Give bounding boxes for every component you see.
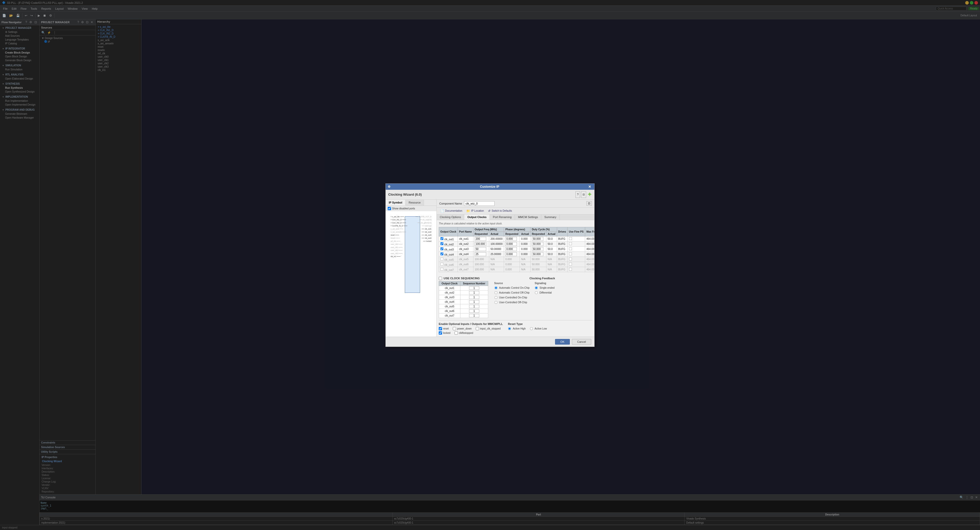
opt-clkfbstopped-checkbox[interactable] (455, 331, 458, 335)
clock-row3-phase-req[interactable] (504, 247, 520, 251)
tab-ip-symbol[interactable]: IP Symbol (386, 200, 406, 205)
clock-row4-duty-req[interactable] (530, 251, 546, 256)
clock-row1-checkbox[interactable] (441, 237, 444, 240)
opt-locked[interactable]: locked (439, 331, 450, 335)
source-user-off-chip[interactable]: User-Controlled Off-Chip (494, 301, 530, 304)
clock-row2-phase-req[interactable] (504, 241, 520, 247)
clock-row1-freq-req[interactable] (473, 236, 489, 241)
clock-row2-fine-ps[interactable] (568, 241, 585, 247)
clock-row3-checkbox[interactable] (441, 247, 444, 250)
wizard-help-btn[interactable]: ? (576, 191, 580, 198)
clock-row4-fine-ps[interactable] (568, 251, 585, 256)
clock-row4-checkbox[interactable] (441, 252, 444, 255)
tab-mmcm-settings[interactable]: MMCM Settings (515, 215, 541, 220)
source-user-off-chip-radio[interactable] (494, 301, 497, 304)
tab-summary[interactable]: Summary (541, 215, 560, 220)
duty-req-3-input[interactable] (532, 247, 543, 251)
clock-row1-duty-req[interactable] (530, 236, 546, 241)
fine-ps-4-checkbox[interactable] (569, 252, 572, 255)
clock-row4-drives: BUFG (557, 251, 568, 256)
duty-req-1-input[interactable] (532, 237, 543, 241)
clock-row3-freq-req[interactable] (473, 247, 489, 251)
seq-input-4[interactable] (469, 300, 479, 304)
documentation-btn[interactable]: 📄 Documentation (439, 208, 463, 213)
signal-single-ended[interactable]: Single-ended (535, 286, 555, 290)
source-auto-on-chip[interactable]: Automatic Control On-Chip (494, 286, 530, 290)
cancel-button[interactable]: Cancel (572, 339, 591, 345)
switch-defaults-btn[interactable]: ↺ Switch to Defaults (487, 208, 513, 213)
clock-row7-checkbox[interactable] (441, 267, 444, 271)
opt-power-down-checkbox[interactable] (453, 327, 456, 330)
source-user-on-chip-radio[interactable] (494, 296, 497, 299)
tab-output-clocks[interactable]: Output Clocks (464, 215, 490, 220)
clock-row2-checkbox[interactable] (441, 242, 444, 245)
show-disabled-ports-checkbox[interactable] (388, 207, 391, 210)
clock-row3-duty-req[interactable] (530, 247, 546, 251)
clock-sequencing-section: USE CLOCK SEQUENCING Output Clock Sequen… (439, 275, 488, 318)
opt-locked-checkbox[interactable] (439, 331, 442, 335)
duty-req-4-input[interactable] (532, 252, 543, 256)
reset-active-high[interactable]: Active High (508, 327, 526, 330)
signal-differential-radio[interactable] (535, 291, 538, 294)
seq-input-6[interactable] (469, 309, 479, 313)
phase-req-2-input[interactable] (505, 242, 517, 246)
wire-reset (395, 235, 399, 235)
tab-port-renaming[interactable]: Port Renaming (490, 215, 515, 220)
reset-active-low-radio[interactable] (530, 327, 533, 330)
resize-btn[interactable]: ⊡ (586, 201, 592, 205)
clock-row2-freq-req[interactable] (473, 241, 489, 247)
opt-reset-checkbox[interactable] (439, 327, 442, 330)
phase-req-1-input[interactable] (505, 237, 517, 241)
phase-req-4-input[interactable] (505, 252, 517, 256)
phase-req-3-input[interactable] (505, 247, 517, 251)
source-user-on-chip[interactable]: User-Controlled On-Chip (494, 296, 530, 299)
ok-button[interactable]: OK (555, 339, 570, 345)
clock-row5-phase-act: N/A (520, 256, 531, 262)
opt-reset[interactable]: reset (439, 327, 449, 330)
th-max-freq: Max Freq. of buffer (585, 227, 594, 236)
opt-clkfbstopped[interactable]: clkfbstopped (455, 331, 473, 335)
opt-input-clk-stopped-checkbox[interactable] (476, 327, 479, 330)
ip-location-btn[interactable]: 📁 IP Location (465, 208, 485, 213)
opt-input-clk-stopped[interactable]: input_clk_stopped (476, 327, 501, 330)
freq-req-2-input[interactable] (475, 242, 486, 246)
seq-input-1[interactable] (469, 286, 479, 290)
wizard-expand-btn[interactable]: ⊡ (581, 191, 586, 198)
freq-req-3-input[interactable] (475, 247, 486, 251)
clock-row7-name: clk_out7 (444, 269, 454, 271)
seq-input-7[interactable] (469, 314, 479, 317)
opt-power-down[interactable]: power_down (453, 327, 472, 330)
signal-differential[interactable]: Differential (535, 291, 555, 294)
seq-input-3[interactable] (469, 296, 479, 299)
clock-row3-fine-ps[interactable] (568, 247, 585, 251)
clock-row1-phase-req[interactable] (504, 236, 520, 241)
fine-ps-2-checkbox[interactable] (569, 242, 572, 245)
use-clock-seq-checkbox[interactable] (439, 277, 442, 280)
reset-active-high-radio[interactable] (508, 327, 511, 330)
duty-req-2-input[interactable] (532, 242, 543, 246)
clock-row6-name: clk_out6 (444, 263, 454, 266)
clock-row5-checkbox[interactable] (441, 257, 444, 260)
source-auto-on-chip-radio[interactable] (494, 286, 497, 289)
clock-row5-fine-ps (568, 256, 585, 262)
signal-single-ended-radio[interactable] (535, 286, 538, 289)
freq-req-1-input[interactable] (475, 237, 486, 241)
freq-req-4-input[interactable] (475, 252, 486, 256)
source-auto-off-chip-radio[interactable] (494, 291, 497, 294)
component-name-input[interactable] (464, 201, 495, 206)
seq-input-2[interactable] (469, 291, 479, 294)
fine-ps-1-checkbox[interactable] (569, 237, 572, 240)
clock-row1-fine-ps[interactable] (568, 236, 585, 241)
clock-row6-checkbox[interactable] (441, 263, 444, 266)
reset-active-low[interactable]: Active Low (530, 327, 547, 330)
fine-ps-3-checkbox[interactable] (569, 247, 572, 250)
clock-row4-freq-req[interactable] (473, 251, 489, 256)
clock-row2-duty-req[interactable] (530, 241, 546, 247)
source-auto-off-chip[interactable]: Automatic Control Off-Chip (494, 291, 530, 294)
tab-resource[interactable]: Resource (406, 200, 424, 205)
seq-input-5[interactable] (469, 305, 479, 308)
dialog-close-button[interactable]: ✕ (587, 185, 592, 189)
clock-row4-phase-req[interactable] (504, 251, 520, 256)
tab-clocking-options[interactable]: Clocking Options (437, 215, 464, 220)
clock-row3-duty-act: 50.0 (546, 247, 557, 251)
